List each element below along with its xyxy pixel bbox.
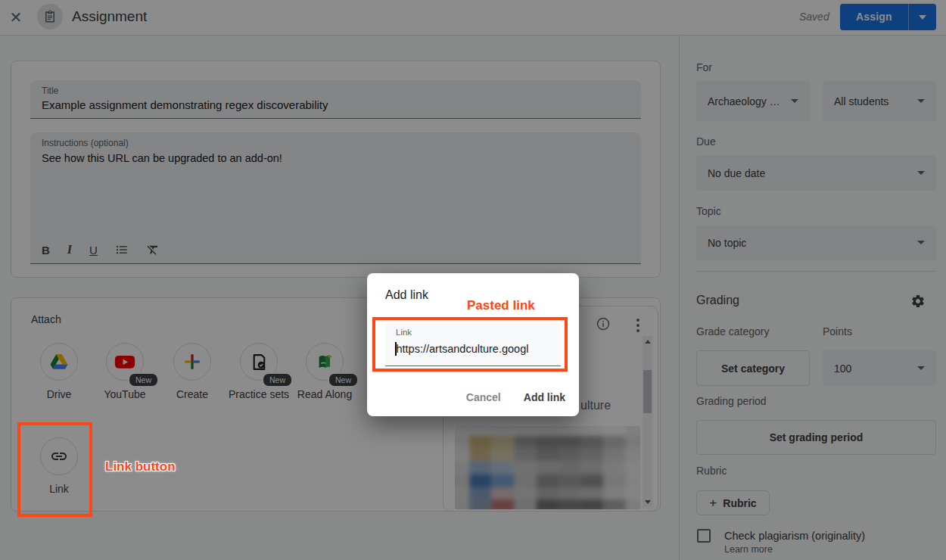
- dialog-actions: Cancel Add link: [466, 391, 565, 403]
- pasted-link-annotation-box: [372, 317, 568, 372]
- dialog-title: Add link: [385, 288, 428, 302]
- link-button-annotation-label: Link button: [105, 459, 176, 474]
- link-button-annotation-box: [17, 422, 92, 517]
- pasted-link-annotation-label: Pasted link: [467, 298, 535, 313]
- cancel-button[interactable]: Cancel: [466, 391, 501, 403]
- add-link-button[interactable]: Add link: [524, 391, 565, 403]
- assignment-editor: ✕ Assignment Saved Assign Title Example …: [0, 0, 946, 560]
